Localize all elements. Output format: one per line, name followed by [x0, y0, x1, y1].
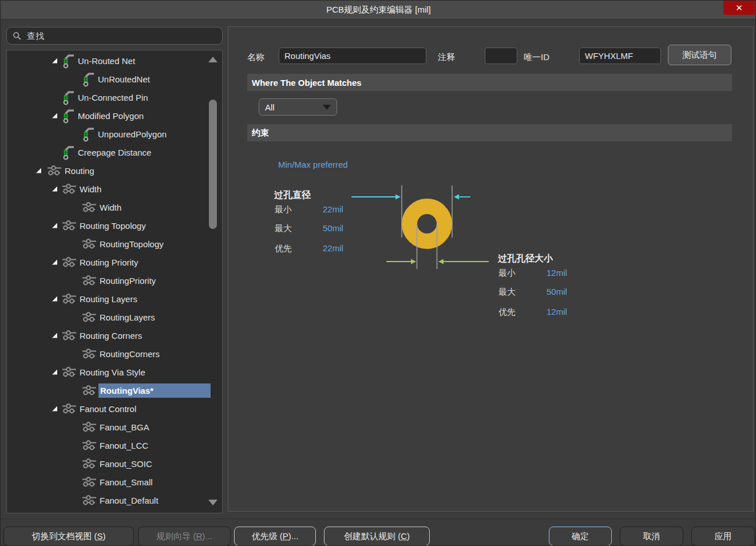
- close-button[interactable]: ✕: [723, 1, 755, 15]
- unique-id-input[interactable]: [579, 48, 661, 64]
- tree-item-label: UnpouredPolygon: [98, 129, 167, 139]
- tree-item-label: Width: [80, 184, 101, 194]
- routing-rule-icon: [62, 367, 77, 377]
- tree-item-label: Fanout Control: [80, 404, 136, 414]
- tree-scroll-down-arrow[interactable]: [208, 500, 217, 505]
- tree-item-routingpriority[interactable]: RoutingPriority: [7, 271, 222, 290]
- comment-label: 注释: [438, 52, 455, 63]
- tree-item-fanout-control[interactable]: Fanout Control: [7, 399, 222, 418]
- tree-expander-icon[interactable]: [52, 113, 57, 118]
- tree-expander-icon[interactable]: [52, 370, 57, 375]
- hole-size-preferred-label: 优先: [498, 307, 516, 318]
- tree-item-label: Routing Priority: [80, 258, 138, 267]
- tree-item-routingcorners[interactable]: RoutingCorners: [7, 345, 222, 363]
- electrical-rule-icon: [82, 126, 95, 142]
- routing-rule-icon: [47, 165, 62, 176]
- apply-button[interactable]: 应用: [691, 527, 755, 546]
- tree-item-label: Modified Polygon: [78, 111, 144, 121]
- tree-item-routing[interactable]: Routing: [7, 161, 222, 180]
- create-default-rules-button[interactable]: 创建默认规则 (C): [324, 527, 430, 546]
- tree-scrollbar-thumb[interactable]: [209, 100, 217, 229]
- tree-item-creepage-distance[interactable]: Creepage Distance: [7, 143, 222, 161]
- tree-item-fanout-default[interactable]: Fanout_Default: [7, 491, 222, 509]
- hole-size-max-label: 最大: [498, 287, 516, 298]
- tree-item-fanout-bga[interactable]: Fanout_BGA: [7, 418, 222, 436]
- electrical-rule-icon: [62, 53, 75, 69]
- routing-rule-icon: [62, 257, 77, 267]
- tree-expander-icon[interactable]: [52, 187, 57, 192]
- rule-comment-input[interactable]: [485, 48, 517, 64]
- routing-rule-icon: [82, 385, 97, 395]
- cancel-button[interactable]: 取消: [620, 527, 683, 546]
- tree-item-fanout-soic[interactable]: Fanout_SOIC: [7, 454, 222, 473]
- tree-item-un-routed-net[interactable]: Un-Routed Net: [7, 52, 222, 70]
- tree-item-fanout-lcc[interactable]: Fanout_LCC: [7, 436, 222, 454]
- tree-item-label: Un-Connected Pin: [78, 93, 148, 102]
- tree-item-routing-priority[interactable]: Routing Priority: [7, 253, 222, 271]
- tree-expander-icon[interactable]: [36, 168, 41, 173]
- search-box[interactable]: [6, 27, 223, 45]
- tree-item-routingtopology[interactable]: RoutingTopology: [7, 235, 222, 253]
- tree-item-label: Un-Routed Net: [78, 56, 135, 66]
- tree-item-routinglayers[interactable]: RoutingLayers: [7, 308, 222, 326]
- routing-rule-icon: [82, 349, 97, 359]
- routing-rule-icon: [82, 202, 97, 212]
- name-label: 名称: [247, 52, 264, 63]
- via-diameter-title: 过孔直径: [274, 189, 311, 201]
- tree-scroll-up-arrow[interactable]: [208, 57, 217, 62]
- via-diagram: [333, 179, 499, 276]
- priority-button[interactable]: 优先级 (P)...: [234, 527, 316, 546]
- scope-dropdown[interactable]: All: [259, 98, 337, 116]
- rule-wizard-button[interactable]: 规则向导 (R)...: [138, 527, 231, 546]
- tree-item-modified-polygon[interactable]: Modified Polygon: [7, 106, 222, 125]
- tree-item-width[interactable]: Width: [7, 198, 222, 216]
- hole-size-min-value[interactable]: 12mil: [547, 268, 567, 278]
- hole-size-max-value[interactable]: 50mil: [547, 287, 567, 296]
- chevron-down-icon: [323, 105, 331, 110]
- hole-arrows: [386, 259, 489, 264]
- tree-item-label: RoutingCorners: [100, 349, 160, 359]
- tree-item-label: Creepage Distance: [78, 148, 151, 157]
- routing-rule-icon: [82, 440, 97, 450]
- tree-item-label: Fanout_SOIC: [100, 459, 152, 469]
- tree-item-unroutednet[interactable]: UnRoutedNet: [7, 70, 222, 88]
- tree-item-label: Routing Topology: [80, 221, 146, 231]
- switch-to-document-view-button[interactable]: 切换到文档视图 (S): [3, 527, 134, 546]
- tree-expander-icon[interactable]: [52, 223, 57, 228]
- tree-item-routing-topology[interactable]: Routing Topology: [7, 216, 222, 235]
- tree-item-label: RoutingPriority: [100, 276, 156, 286]
- routing-rule-icon: [82, 239, 97, 249]
- rule-name-input[interactable]: [279, 48, 426, 64]
- tree-item-un-connected-pin[interactable]: Un-Connected Pin: [7, 88, 222, 106]
- test-query-button[interactable]: 测试语句: [668, 45, 731, 65]
- tree-item-routing-via-style[interactable]: Routing Via Style: [7, 363, 222, 381]
- routing-rule-icon: [82, 495, 97, 505]
- unique-id-label: 唯一ID: [524, 52, 549, 63]
- rules-tree: Un-Routed Net UnRoutedNet Un-Connected P…: [6, 50, 223, 513]
- window-title: PCB规则及约束编辑器 [mil]: [1, 5, 756, 15]
- routing-rule-icon: [82, 477, 97, 487]
- tree-expander-icon[interactable]: [52, 406, 57, 412]
- tree-item-label: Routing Corners: [80, 331, 142, 341]
- tree-item-label: Fanout_Small: [100, 477, 153, 487]
- close-icon: ✕: [735, 3, 743, 13]
- tree-item-fanout-small[interactable]: Fanout_Small: [7, 473, 222, 491]
- tree-item-routing-layers[interactable]: Routing Layers: [7, 290, 222, 308]
- hole-size-preferred-value[interactable]: 12mil: [547, 307, 567, 316]
- minmax-preferred-note: Min/Max preferred: [278, 160, 348, 169]
- tree-expander-icon[interactable]: [52, 58, 57, 64]
- tree-item-unpouredpolygon[interactable]: UnpouredPolygon: [7, 125, 222, 143]
- tree-item-routingvias[interactable]: RoutingVias*: [7, 381, 222, 399]
- tree-item-routing-corners[interactable]: Routing Corners: [7, 326, 222, 345]
- tree-expander-icon[interactable]: [52, 333, 57, 338]
- tree-expander-icon[interactable]: [52, 296, 57, 302]
- tree-expander-icon[interactable]: [52, 260, 57, 265]
- ok-button[interactable]: 确定: [549, 527, 612, 546]
- tree-item-width[interactable]: Width: [7, 180, 222, 198]
- routing-rule-icon: [82, 458, 97, 469]
- routing-rule-icon: [62, 294, 77, 304]
- search-input[interactable]: [27, 31, 199, 41]
- pcb-rules-editor-dialog: { "window": { "title": "PCB规则及约束编辑器 [mil…: [0, 0, 756, 546]
- routing-rule-icon: [82, 275, 97, 286]
- hole-size-title: 过孔孔径大小: [498, 253, 553, 265]
